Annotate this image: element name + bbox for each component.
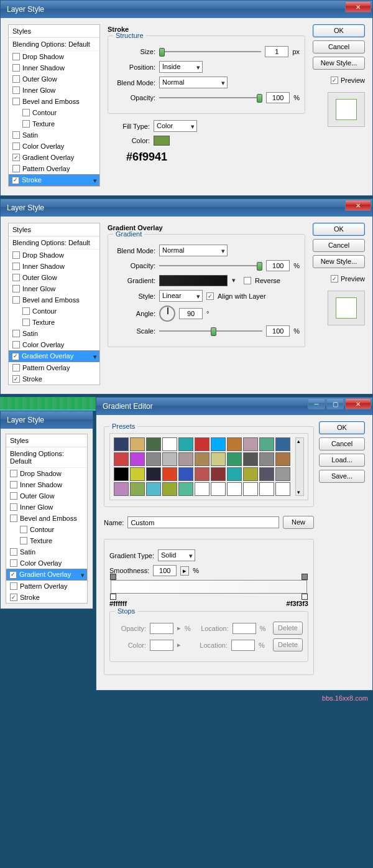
preset-swatch[interactable] [114, 467, 129, 481]
style-item-contour[interactable]: Contour [9, 107, 99, 118]
close-button[interactable]: ✕ [345, 398, 371, 409]
preset-swatch[interactable] [211, 482, 226, 496]
style-item-color-overlay[interactable]: Color Overlay [6, 558, 87, 569]
preset-swatch[interactable] [130, 437, 145, 451]
preset-swatch[interactable] [211, 467, 226, 481]
style-item-pattern-overlay[interactable]: Pattern Overlay [9, 163, 99, 174]
preset-swatch[interactable] [259, 482, 274, 496]
fill-type-select[interactable]: Color [154, 120, 197, 132]
blending-options[interactable]: Blending Options: Default [9, 38, 99, 51]
preset-swatch[interactable] [130, 452, 145, 466]
checkbox[interactable] [12, 263, 20, 270]
checkbox[interactable]: ✓ [12, 353, 19, 360]
checkbox[interactable] [12, 296, 20, 304]
load-button[interactable]: Load... [319, 454, 365, 467]
preset-swatch[interactable] [211, 437, 226, 451]
preset-swatch[interactable] [178, 467, 193, 481]
preset-swatch[interactable] [178, 452, 193, 466]
opacity-stop-left[interactable] [110, 574, 116, 580]
checkbox[interactable] [20, 526, 27, 533]
delete-color-stop[interactable]: Delete [273, 638, 303, 651]
cancel-button[interactable]: Cancel [313, 40, 365, 54]
style-item-bevel-and-emboss[interactable]: Bevel and Emboss [9, 96, 99, 107]
preset-swatch[interactable] [178, 437, 193, 451]
checkbox[interactable] [10, 548, 17, 556]
preset-swatch[interactable] [243, 467, 258, 481]
checkbox[interactable] [10, 503, 17, 511]
blend-mode-select[interactable]: Normal [159, 77, 228, 88]
preset-swatch[interactable] [146, 452, 161, 466]
checkbox[interactable] [12, 165, 20, 172]
color-stop-right[interactable] [302, 594, 308, 600]
checkbox[interactable]: ✓ [12, 375, 20, 383]
titlebar[interactable]: Layer Style ✕ [1, 199, 372, 217]
cancel-button[interactable]: Cancel [319, 437, 365, 450]
opacity-stop-right[interactable] [302, 574, 308, 580]
style-item-stroke[interactable]: ✓Stroke [9, 373, 99, 385]
style-item-inner-shadow[interactable]: Inner Shadow [9, 261, 99, 272]
preset-swatch[interactable] [146, 467, 161, 481]
checkbox[interactable] [22, 109, 30, 116]
preset-swatch[interactable] [114, 452, 129, 466]
style-item-inner-glow[interactable]: Inner Glow [9, 85, 99, 96]
color-swatch[interactable] [154, 136, 170, 146]
preset-swatch[interactable] [243, 452, 258, 466]
preset-swatch[interactable] [130, 467, 145, 481]
preset-swatch[interactable] [275, 467, 290, 481]
save-button[interactable]: Save... [319, 470, 365, 483]
preset-swatch[interactable] [162, 452, 177, 466]
align-checkbox[interactable]: ✓ [206, 292, 214, 300]
preset-swatch[interactable] [146, 437, 161, 451]
preset-swatch[interactable] [114, 482, 129, 496]
checkbox[interactable] [12, 274, 20, 281]
name-input[interactable] [127, 516, 279, 528]
checkbox[interactable] [12, 131, 20, 139]
checkbox[interactable] [12, 75, 20, 83]
preset-swatch[interactable] [114, 437, 129, 451]
style-item-satin[interactable]: Satin [6, 546, 87, 558]
checkbox[interactable] [12, 330, 20, 337]
style-item-color-overlay[interactable]: Color Overlay [9, 141, 99, 152]
close-button[interactable]: ✕ [345, 200, 371, 211]
angle-dial[interactable] [159, 306, 175, 322]
delete-opacity-stop[interactable]: Delete [273, 622, 303, 635]
preset-scrollbar[interactable] [295, 437, 304, 496]
style-item-texture[interactable]: Texture [9, 118, 99, 129]
checkbox[interactable] [12, 142, 20, 150]
style-item-gradient-overlay[interactable]: ✓Gradient Overlay [9, 350, 99, 362]
style-item-satin[interactable]: Satin [9, 328, 99, 339]
preset-swatch[interactable] [195, 482, 210, 496]
checkbox[interactable] [12, 364, 20, 371]
size-input[interactable]: 1 [265, 46, 288, 57]
opacity-slider[interactable] [159, 260, 262, 271]
opacity-slider[interactable] [159, 92, 262, 103]
new-style-button[interactable]: New Style... [313, 255, 365, 268]
opacity-input[interactable]: 100 [266, 92, 290, 103]
preset-swatch[interactable] [178, 482, 193, 496]
checkbox[interactable] [22, 307, 30, 315]
new-style-button[interactable]: New Style... [313, 57, 365, 70]
position-select[interactable]: Inside [159, 61, 203, 73]
preset-swatch[interactable] [162, 482, 177, 496]
style-item-inner-glow[interactable]: Inner Glow [6, 502, 87, 513]
close-button[interactable]: ✕ [345, 1, 371, 12]
style-item-inner-shadow[interactable]: Inner Shadow [6, 479, 87, 490]
checkbox[interactable] [12, 341, 20, 348]
blend-mode-select[interactable]: Normal [159, 245, 228, 256]
preset-swatch[interactable] [227, 467, 242, 481]
checkbox[interactable] [12, 251, 20, 259]
preview-checkbox[interactable]: ✓ [331, 275, 338, 282]
checkbox[interactable] [12, 86, 20, 94]
scale-slider[interactable] [159, 325, 262, 337]
styles-header[interactable]: Styles [9, 25, 99, 38]
style-item-gradient-overlay[interactable]: ✓Gradient Overlay [6, 569, 87, 581]
checkbox[interactable] [12, 64, 20, 72]
angle-input[interactable]: 90 [179, 308, 203, 319]
style-item-texture[interactable]: Texture [6, 535, 87, 546]
checkbox[interactable] [10, 481, 17, 488]
gradient-picker[interactable] [159, 275, 228, 286]
preset-swatch[interactable] [195, 452, 210, 466]
style-item-bevel-and-emboss[interactable]: Bevel and Emboss [9, 294, 99, 306]
preset-swatch[interactable] [243, 482, 258, 496]
preset-swatch[interactable] [195, 437, 210, 451]
